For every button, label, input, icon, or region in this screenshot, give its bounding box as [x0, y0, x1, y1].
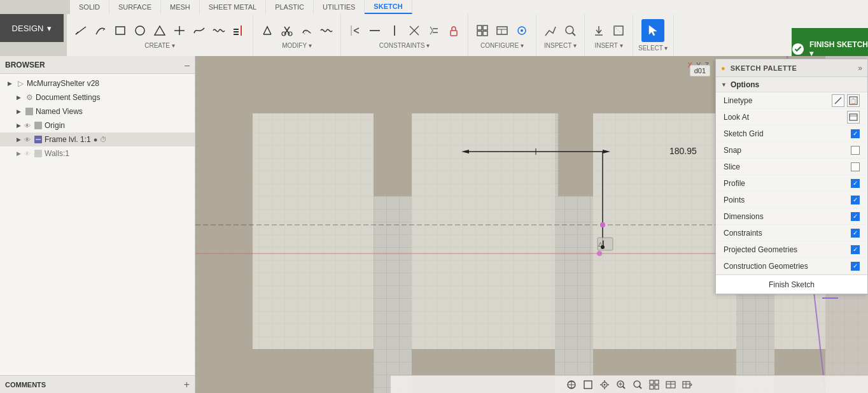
- tab-plastic[interactable]: PLASTIC: [266, 0, 314, 14]
- tab-surface[interactable]: SURFACE: [109, 0, 161, 14]
- rect-tool-icon[interactable]: [111, 22, 129, 39]
- select-icon[interactable]: [641, 19, 664, 42]
- inspect-label[interactable]: INSPECT ▾: [544, 42, 577, 49]
- select-label[interactable]: SELECT ▾: [638, 45, 668, 52]
- svg-point-81: [597, 251, 602, 256]
- frame-timer-icon: ⏱: [100, 136, 107, 143]
- zoom-icon[interactable]: [614, 378, 628, 392]
- lock-icon[interactable]: [445, 22, 463, 39]
- tree-item-frame[interactable]: ▶ 👁 Frame lvl. 1:1 ● ⏱: [0, 132, 195, 146]
- design-button[interactable]: DESIGN ▾: [0, 14, 64, 42]
- constraint-horizontal-icon[interactable]: [366, 22, 384, 39]
- slice-checkbox[interactable]: [851, 162, 860, 171]
- palette-row-look-at: Look At: [716, 109, 867, 125]
- modify-label[interactable]: MODIFY ▾: [282, 42, 311, 49]
- tree-arrow-walls[interactable]: ▶: [14, 149, 23, 158]
- tab-sketch[interactable]: SKETCH: [365, 0, 412, 14]
- zoom-window-icon[interactable]: [631, 378, 645, 392]
- palette-collapse-icon[interactable]: »: [858, 64, 862, 73]
- arc-tool-icon[interactable]: [92, 22, 109, 39]
- dimensions-checkbox[interactable]: ✓: [851, 212, 860, 221]
- snap-checkbox[interactable]: [851, 146, 860, 155]
- svg-point-34: [521, 29, 523, 32]
- tree-arrow-doc[interactable]: ▶: [14, 93, 23, 102]
- view-home-icon[interactable]: [564, 378, 578, 392]
- construction-geo-checkbox[interactable]: ✓: [851, 262, 860, 271]
- configure-tool-icon[interactable]: [513, 22, 531, 39]
- tree-item-doc-settings[interactable]: ▶ ⚙ Document Settings: [0, 90, 195, 104]
- tree-eye-walls[interactable]: 👁: [23, 149, 32, 158]
- sketch-grid-checkbox[interactable]: ✓: [851, 129, 860, 138]
- hatch-tool-icon[interactable]: [230, 22, 248, 39]
- inspect-group: INSPECT ▾: [536, 14, 585, 56]
- constraint-icon1[interactable]: [346, 22, 364, 39]
- palette-finish-sketch-button[interactable]: Finish Sketch: [716, 275, 867, 294]
- linetype-icon2-btn[interactable]: 📋: [847, 94, 860, 107]
- create-label[interactable]: CREATE ▾: [144, 42, 175, 49]
- tree-arrow-root[interactable]: ▶: [5, 79, 14, 88]
- look-at-btn[interactable]: [847, 111, 860, 124]
- inspect-icon1[interactable]: [542, 22, 559, 39]
- offset-icon[interactable]: [298, 22, 316, 39]
- modify-wave-icon[interactable]: [318, 22, 335, 39]
- tree-icon-doc: ⚙: [24, 92, 34, 103]
- browser-collapse-icon[interactable]: –: [185, 60, 190, 70]
- extend-tool-icon[interactable]: [171, 22, 188, 39]
- configure-icon2[interactable]: [493, 22, 511, 39]
- scissors-icon[interactable]: [278, 22, 296, 39]
- circle-tool-icon[interactable]: [131, 22, 149, 39]
- projected-geo-checkbox[interactable]: ✓: [851, 245, 860, 254]
- tree-item-origin[interactable]: ▶ 👁 Origin: [0, 118, 195, 132]
- palette-finish-label: Finish Sketch: [769, 280, 815, 289]
- tab-utilities[interactable]: UTILITIES: [314, 0, 365, 14]
- tree-arrow-named-views[interactable]: ▶: [14, 107, 23, 116]
- line-tool-icon[interactable]: [72, 22, 90, 39]
- tree-arrow-frame[interactable]: ▶: [14, 135, 23, 144]
- view-box-icon[interactable]: [581, 378, 595, 392]
- insert-icon1[interactable]: [590, 22, 608, 39]
- tab-mesh[interactable]: MESH: [161, 0, 200, 14]
- frame-badge: ●: [94, 136, 98, 143]
- projected-geo-label: Projected Geometries: [724, 245, 851, 254]
- spline-tool-icon[interactable]: [190, 22, 208, 39]
- constraint-vertical-icon[interactable]: [386, 22, 403, 39]
- palette-options-section[interactable]: ▼ Options: [716, 77, 867, 92]
- svg-rect-25: [451, 31, 457, 36]
- tab-sheet-metal[interactable]: SHEET METAL: [200, 0, 266, 14]
- tree-arrow-origin[interactable]: ▶: [14, 121, 23, 130]
- constraint-cross-icon[interactable]: [405, 22, 423, 39]
- sketch-palette-header: ● SKETCH PALETTE »: [716, 59, 867, 77]
- insert-label[interactable]: INSERT ▾: [594, 42, 622, 49]
- tree-item-walls[interactable]: ▶ 👁 Walls:1: [0, 146, 195, 161]
- palette-section-title: Options: [731, 80, 759, 89]
- tree-eye-frame[interactable]: 👁: [23, 135, 32, 144]
- constraints-palette-checkbox[interactable]: ✓: [851, 229, 860, 238]
- view-mode-icon[interactable]: [647, 378, 661, 392]
- wave-tool-icon[interactable]: [210, 22, 228, 39]
- insert-icon2[interactable]: [610, 22, 627, 39]
- points-checkbox[interactable]: ✓: [851, 196, 860, 204]
- display-mode-icon[interactable]: [664, 378, 678, 392]
- tree-icon-frame: [33, 134, 43, 145]
- linetype-control: 📋: [832, 94, 860, 107]
- linetype-icon1-btn[interactable]: [832, 94, 844, 107]
- tree-item-named-views[interactable]: ▶ Named Views: [0, 104, 195, 118]
- constraints-label[interactable]: CONSTRAINTS ▾: [379, 42, 430, 49]
- profile-checkbox[interactable]: ✓: [851, 179, 860, 188]
- tree-item-root[interactable]: ▶ ▷ McMurrayShelter v28: [0, 76, 195, 90]
- tab-solid[interactable]: SOLID: [70, 0, 109, 14]
- svg-rect-30: [497, 27, 507, 34]
- tree-icon-origin: [33, 120, 43, 131]
- pan-icon[interactable]: [598, 378, 612, 392]
- triangle-tool-icon[interactable]: [151, 22, 169, 39]
- tree-eye-origin[interactable]: 👁: [23, 121, 32, 130]
- modify-icon1[interactable]: [258, 22, 276, 39]
- display-options-icon[interactable]: [680, 378, 694, 392]
- constraint-equal-icon[interactable]: [425, 22, 443, 39]
- configure-icon1[interactable]: [473, 22, 491, 39]
- sketch-grid-control: ✓: [851, 129, 860, 138]
- configure-label[interactable]: CONFIGURE ▾: [480, 42, 524, 49]
- comments-bar: COMMENTS +: [0, 375, 195, 393]
- inspect-icon2[interactable]: [561, 22, 579, 39]
- comments-add-icon[interactable]: +: [184, 379, 190, 390]
